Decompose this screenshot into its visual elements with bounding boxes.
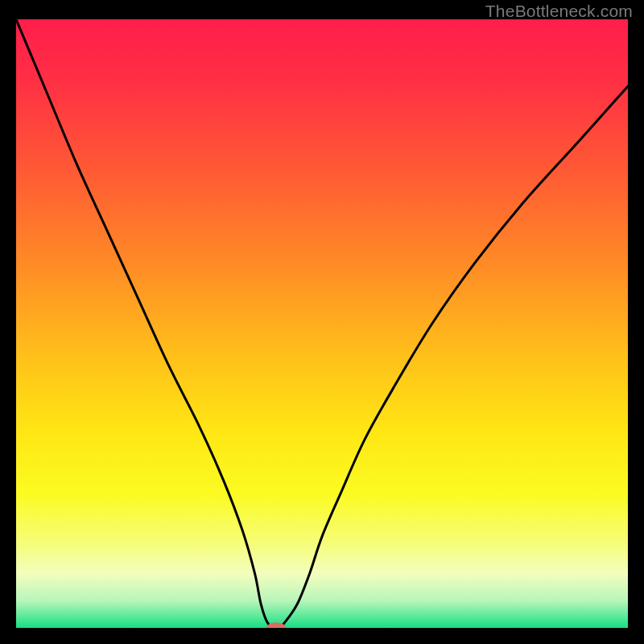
chart-svg [16,19,628,628]
watermark-text: TheBottleneck.com [485,2,633,21]
plot-area [16,19,628,628]
chart-frame: TheBottleneck.com [0,0,644,644]
